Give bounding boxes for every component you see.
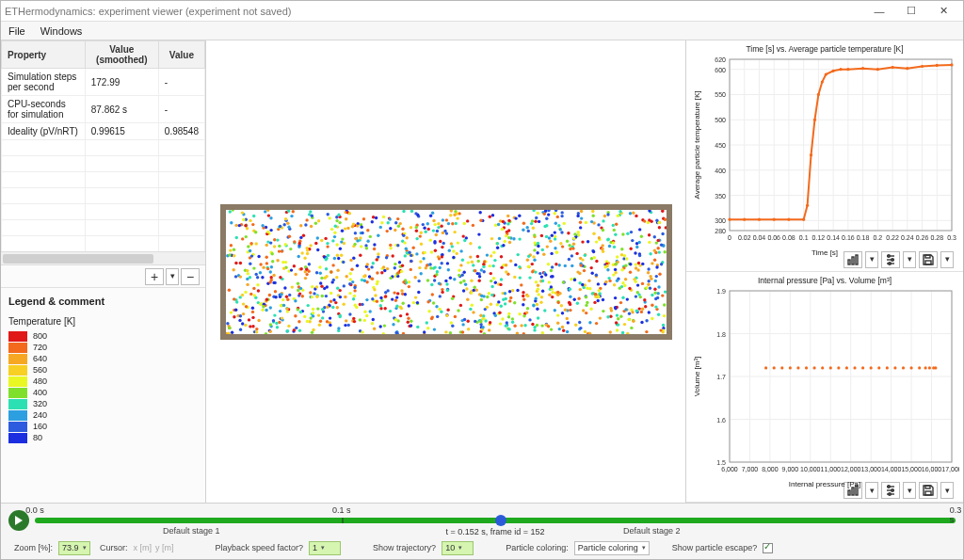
svg-point-496 — [634, 295, 636, 297]
colorbar-label: 480 — [33, 376, 47, 386]
svg-point-1240 — [297, 241, 300, 244]
svg-point-978 — [313, 292, 315, 295]
playback-label: Playback speed factor? — [216, 543, 304, 552]
svg-point-1331 — [398, 313, 401, 316]
svg-point-792 — [391, 297, 394, 300]
svg-point-641 — [337, 327, 340, 329]
legend-axis: Temperature [K] — [1, 312, 205, 330]
svg-point-1110 — [366, 239, 369, 242]
svg-point-503 — [512, 237, 515, 240]
svg-point-870 — [551, 275, 554, 278]
svg-point-293 — [413, 296, 416, 298]
svg-point-1371 — [482, 264, 485, 267]
timeline-thumb[interactable] — [495, 515, 506, 526]
svg-point-893 — [426, 300, 429, 303]
svg-point-106 — [515, 331, 518, 334]
svg-point-465 — [300, 251, 303, 254]
remove-property-button[interactable]: − — [181, 268, 200, 285]
svg-point-881 — [534, 270, 537, 273]
svg-point-1463 — [817, 93, 820, 96]
simulation-viewport[interactable] — [206, 40, 686, 503]
table-row[interactable]: CPU-seconds for simulation87.862 s- — [2, 96, 205, 123]
property-table-scroll[interactable] — [1, 252, 205, 265]
svg-point-1111 — [601, 228, 603, 231]
svg-point-945 — [409, 267, 411, 270]
svg-point-1308 — [370, 322, 373, 325]
svg-point-127 — [536, 307, 538, 310]
svg-point-1317 — [378, 325, 381, 328]
svg-point-850 — [595, 259, 598, 262]
svg-point-1273 — [244, 290, 247, 293]
svg-point-865 — [261, 224, 264, 227]
col-value[interactable]: Value — [158, 41, 204, 69]
svg-point-927 — [411, 246, 414, 248]
svg-point-847 — [338, 295, 341, 297]
maximize-button[interactable]: ☐ — [895, 2, 927, 21]
svg-point-29 — [461, 289, 464, 292]
table-row[interactable]: Simulation steps per second172.99- — [2, 69, 205, 96]
svg-point-928 — [285, 307, 288, 310]
svg-point-1328 — [429, 266, 432, 269]
trajectory-input[interactable]: 10▾ — [442, 541, 474, 555]
svg-point-566 — [528, 276, 531, 279]
add-property-button[interactable]: + — [145, 268, 164, 285]
col-value-smoothed[interactable]: Value (smoothed) — [85, 41, 158, 69]
svg-point-1190 — [597, 289, 600, 292]
svg-point-457 — [520, 324, 522, 327]
svg-text:0.04: 0.04 — [753, 234, 766, 241]
coloring-select[interactable]: Particle coloring▾ — [574, 541, 650, 555]
col-property[interactable]: Property — [2, 41, 86, 69]
svg-point-576 — [435, 229, 438, 232]
colorbar-swatch — [8, 433, 27, 443]
svg-point-795 — [480, 294, 483, 296]
svg-point-450 — [540, 324, 543, 327]
svg-point-259 — [326, 253, 329, 256]
svg-point-1185 — [426, 222, 428, 225]
left-panel: Property Value (smoothed) Value Simulati… — [1, 40, 206, 503]
menu-windows[interactable]: Windows — [40, 25, 83, 37]
escape-checkbox[interactable] — [763, 543, 773, 553]
svg-point-534 — [556, 321, 559, 324]
svg-point-1319 — [558, 228, 561, 231]
svg-point-1332 — [252, 214, 255, 216]
svg-point-608 — [591, 210, 594, 213]
svg-point-663 — [538, 271, 541, 274]
svg-point-949 — [543, 224, 546, 227]
svg-point-1103 — [569, 247, 571, 249]
zoom-input[interactable]: 73.9▾ — [58, 541, 90, 555]
svg-point-984 — [478, 211, 481, 214]
svg-point-639 — [352, 319, 355, 322]
svg-point-736 — [373, 243, 376, 246]
svg-point-799 — [329, 291, 332, 294]
svg-point-1041 — [416, 325, 419, 328]
menu-file[interactable]: File — [8, 25, 25, 37]
svg-point-604 — [393, 291, 395, 294]
svg-text:0.3: 0.3 — [947, 234, 956, 241]
playback-input[interactable]: 1▾ — [309, 541, 341, 555]
svg-point-856 — [496, 222, 499, 225]
minimize-button[interactable]: — — [863, 2, 895, 21]
svg-point-1044 — [598, 316, 601, 319]
svg-point-1006 — [501, 219, 504, 222]
svg-point-1272 — [601, 244, 603, 247]
svg-point-1270 — [611, 241, 614, 244]
svg-point-244 — [652, 258, 655, 261]
timeline-track[interactable]: 0.0 s0.1 s0.3 s Default stage 1Default s… — [35, 507, 956, 534]
svg-point-180 — [423, 226, 426, 229]
table-row[interactable]: Ideality (pV/nRT)0.996150.98548 — [2, 123, 205, 140]
svg-point-379 — [469, 242, 472, 245]
svg-text:15,000: 15,000 — [901, 466, 922, 472]
svg-point-648 — [320, 284, 323, 287]
svg-point-393 — [264, 210, 266, 213]
svg-point-947 — [463, 282, 466, 285]
close-button[interactable]: ✕ — [927, 2, 959, 21]
svg-point-1278 — [310, 330, 313, 333]
svg-point-1532 — [821, 366, 824, 369]
svg-point-933 — [232, 248, 234, 250]
svg-point-739 — [539, 233, 542, 236]
svg-point-327 — [652, 235, 655, 238]
svg-point-925 — [472, 264, 474, 266]
svg-point-294 — [268, 306, 271, 309]
svg-point-218 — [625, 297, 628, 300]
add-property-menu[interactable]: ▾ — [166, 268, 179, 285]
